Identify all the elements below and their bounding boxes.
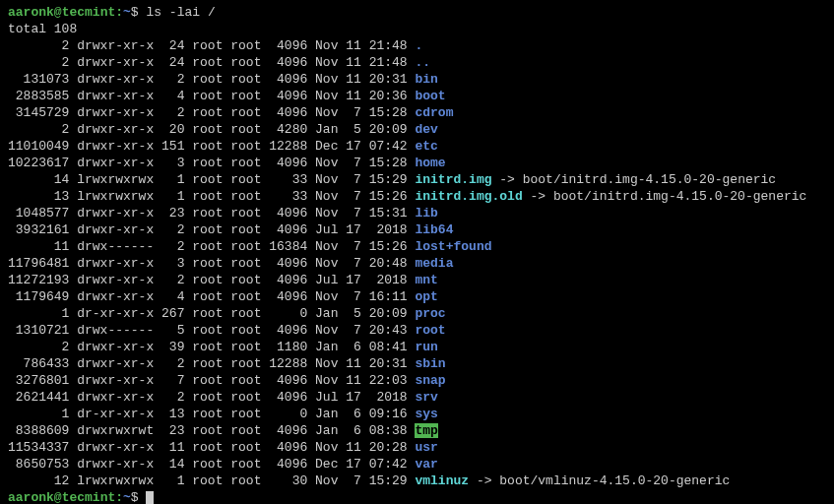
file-name: .. <box>415 55 430 70</box>
prompt-line-1: aaronk@tecmint:~$ ls -lai / <box>8 4 826 21</box>
prompt-line-2: aaronk@tecmint:~$ <box>8 489 826 504</box>
prompt-colon: : <box>115 490 123 504</box>
file-name: bin <box>415 72 437 87</box>
file-meta: 11010049 drwxr-xr-x 151 root root 12288 … <box>8 139 415 154</box>
prompt-user: aaronk <box>8 490 54 504</box>
file-name: initrd.img <box>415 172 491 187</box>
symlink-target: -> boot/initrd.img-4.15.0-20-generic <box>491 172 776 187</box>
list-item: 2 drwxr-xr-x 24 root root 4096 Nov 11 21… <box>8 37 826 54</box>
file-meta: 3276801 drwxr-xr-x 7 root root 4096 Nov … <box>8 373 415 388</box>
list-item: 2 drwxr-xr-x 39 root root 1180 Jan 6 08:… <box>8 339 826 355</box>
list-item: 11 drwx------ 2 root root 16384 Nov 7 15… <box>8 238 826 255</box>
file-meta: 786433 drwxr-xr-x 2 root root 12288 Nov … <box>8 356 415 371</box>
list-item: 11796481 drwxr-xr-x 3 root root 4096 Nov… <box>8 255 826 272</box>
list-item: 8388609 drwxrwxrwt 23 root root 4096 Jan… <box>8 422 826 439</box>
list-item: 3276801 drwxr-xr-x 7 root root 4096 Nov … <box>8 372 826 389</box>
file-meta: 1 dr-xr-xr-x 13 root root 0 Jan 6 09:16 <box>8 407 415 421</box>
terminal[interactable]: aaronk@tecmint:~$ ls -lai / total 108 2 … <box>8 4 826 504</box>
list-item: 14 lrwxrwxrwx 1 root root 33 Nov 7 15:29… <box>8 171 826 188</box>
file-name: vmlinuz <box>415 473 469 488</box>
file-name: . <box>415 38 422 53</box>
file-name: sbin <box>415 356 445 371</box>
file-meta: 11272193 drwxr-xr-x 2 root root 4096 Jul… <box>8 273 415 287</box>
file-meta: 1048577 drwxr-xr-x 23 root root 4096 Nov… <box>8 206 415 220</box>
file-meta: 2 drwxr-xr-x 20 root root 4280 Jan 5 20:… <box>8 122 415 137</box>
file-meta: 2 drwxr-xr-x 39 root root 1180 Jan 6 08:… <box>8 340 415 354</box>
file-meta: 2 drwxr-xr-x 24 root root 4096 Nov 11 21… <box>8 38 415 53</box>
prompt-colon: : <box>115 5 123 20</box>
file-meta: 2 drwxr-xr-x 24 root root 4096 Nov 11 21… <box>8 55 415 70</box>
file-name: cdrom <box>415 105 453 120</box>
file-name: run <box>415 340 437 354</box>
list-item: 1310721 drwx------ 5 root root 4096 Nov … <box>8 322 826 339</box>
list-item: 1048577 drwxr-xr-x 23 root root 4096 Nov… <box>8 205 826 221</box>
file-name: home <box>415 156 445 170</box>
file-meta: 11796481 drwxr-xr-x 3 root root 4096 Nov… <box>8 256 415 271</box>
file-name: opt <box>415 289 437 304</box>
list-item: 10223617 drwxr-xr-x 3 root root 4096 Nov… <box>8 155 826 171</box>
cursor[interactable] <box>146 491 154 504</box>
file-name: boot <box>415 89 445 103</box>
prompt-path: ~ <box>123 5 131 20</box>
list-item: 11534337 drwxr-xr-x 11 root root 4096 No… <box>8 439 826 456</box>
file-name: proc <box>415 306 445 321</box>
list-item: 2 drwxr-xr-x 24 root root 4096 Nov 11 21… <box>8 54 826 71</box>
list-item: 8650753 drwxr-xr-x 14 root root 4096 Dec… <box>8 456 826 472</box>
total-line: total 108 <box>8 21 826 37</box>
prompt-path: ~ <box>123 490 131 504</box>
file-name: lost+found <box>415 239 491 254</box>
file-meta: 12 lrwxrwxrwx 1 root root 30 Nov 7 15:29 <box>8 473 415 488</box>
list-item: 11010049 drwxr-xr-x 151 root root 12288 … <box>8 138 826 155</box>
file-name: sys <box>415 407 437 421</box>
command-text: ls -lai / <box>146 5 215 20</box>
file-name: tmp <box>415 423 437 438</box>
file-meta: 2883585 drwxr-xr-x 4 root root 4096 Nov … <box>8 89 415 103</box>
file-meta: 10223617 drwxr-xr-x 3 root root 4096 Nov… <box>8 156 415 170</box>
file-name: lib <box>415 206 437 220</box>
file-meta: 3932161 drwxr-xr-x 2 root root 4096 Jul … <box>8 222 415 237</box>
prompt-host: tecmint <box>62 490 116 504</box>
prompt-at: @ <box>54 490 62 504</box>
file-meta: 1310721 drwx------ 5 root root 4096 Nov … <box>8 323 415 338</box>
list-item: 11272193 drwxr-xr-x 2 root root 4096 Jul… <box>8 272 826 288</box>
file-meta: 3145729 drwxr-xr-x 2 root root 4096 Nov … <box>8 105 415 120</box>
list-item: 12 lrwxrwxrwx 1 root root 30 Nov 7 15:29… <box>8 472 826 489</box>
file-meta: 14 lrwxrwxrwx 1 root root 33 Nov 7 15:29 <box>8 172 415 187</box>
file-meta: 131073 drwxr-xr-x 2 root root 4096 Nov 1… <box>8 72 415 87</box>
file-meta: 11534337 drwxr-xr-x 11 root root 4096 No… <box>8 440 415 455</box>
file-name: dev <box>415 122 437 137</box>
list-item: 3932161 drwxr-xr-x 2 root root 4096 Jul … <box>8 221 826 238</box>
file-name: snap <box>415 373 445 388</box>
file-name: root <box>415 323 445 338</box>
list-item: 1 dr-xr-xr-x 13 root root 0 Jan 6 09:16 … <box>8 406 826 422</box>
list-item: 3145729 drwxr-xr-x 2 root root 4096 Nov … <box>8 104 826 121</box>
prompt-dollar: $ <box>131 5 147 20</box>
file-meta: 8388609 drwxrwxrwt 23 root root 4096 Jan… <box>8 423 415 438</box>
prompt-host: tecmint <box>62 5 116 20</box>
list-item: 2883585 drwxr-xr-x 4 root root 4096 Nov … <box>8 88 826 104</box>
file-name: usr <box>415 440 437 455</box>
list-item: 1179649 drwxr-xr-x 4 root root 4096 Nov … <box>8 288 826 305</box>
list-item: 13 lrwxrwxrwx 1 root root 33 Nov 7 15:26… <box>8 188 826 205</box>
symlink-target: -> boot/vmlinuz-4.15.0-20-generic <box>469 473 730 488</box>
file-name: etc <box>415 139 437 154</box>
symlink-target: -> boot/initrd.img-4.15.0-20-generic <box>523 189 807 204</box>
list-item: 1 dr-xr-xr-x 267 root root 0 Jan 5 20:09… <box>8 305 826 322</box>
file-name: media <box>415 256 453 271</box>
file-meta: 13 lrwxrwxrwx 1 root root 33 Nov 7 15:26 <box>8 189 415 204</box>
file-name: var <box>415 457 437 472</box>
file-meta: 1179649 drwxr-xr-x 4 root root 4096 Nov … <box>8 289 415 304</box>
file-meta: 11 drwx------ 2 root root 16384 Nov 7 15… <box>8 239 415 254</box>
list-item: 2 drwxr-xr-x 20 root root 4280 Jan 5 20:… <box>8 121 826 138</box>
prompt-dollar: $ <box>131 490 147 504</box>
file-meta: 1 dr-xr-xr-x 267 root root 0 Jan 5 20:09 <box>8 306 415 321</box>
list-item: 131073 drwxr-xr-x 2 root root 4096 Nov 1… <box>8 71 826 88</box>
file-meta: 2621441 drwxr-xr-x 2 root root 4096 Jul … <box>8 390 415 405</box>
file-name: initrd.img.old <box>415 189 522 204</box>
file-name: srv <box>415 390 437 405</box>
file-listing: 2 drwxr-xr-x 24 root root 4096 Nov 11 21… <box>8 37 826 489</box>
prompt-at: @ <box>54 5 62 20</box>
list-item: 2621441 drwxr-xr-x 2 root root 4096 Jul … <box>8 389 826 406</box>
list-item: 786433 drwxr-xr-x 2 root root 12288 Nov … <box>8 355 826 372</box>
file-meta: 8650753 drwxr-xr-x 14 root root 4096 Dec… <box>8 457 415 472</box>
